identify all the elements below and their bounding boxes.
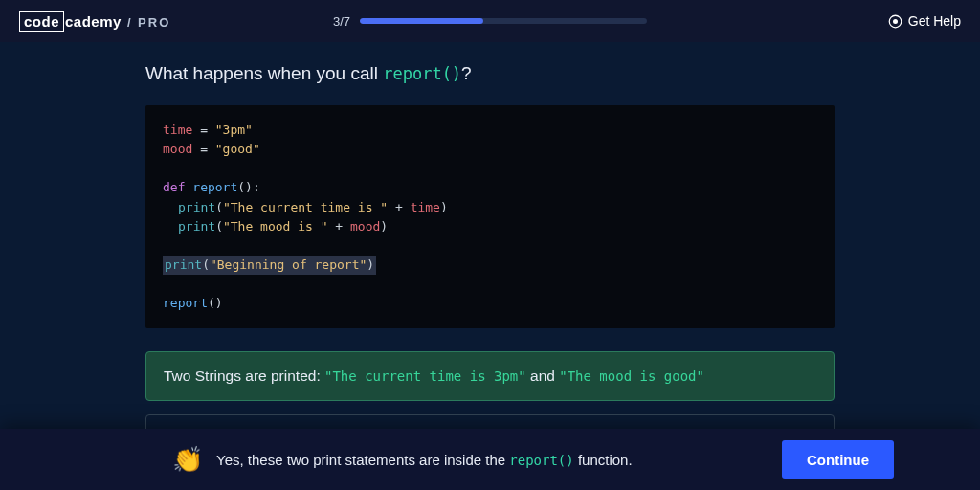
code-token: = [192,142,214,156]
question-text: What happens when you call report()? [145,63,835,84]
help-icon [888,14,902,29]
feedback-code: report() [509,453,573,468]
code-token: "good" [215,142,260,156]
option-text: and [526,368,559,384]
code-token: report [163,296,208,310]
code-token: ) [380,219,388,234]
code-token: ( [215,200,223,214]
code-token: def [163,180,192,194]
code-token: report [192,180,237,194]
logo-pro: / PRO [127,15,170,30]
code-token: ) [440,200,448,214]
code-token: = [192,122,214,137]
clap-icon: 👏 [172,445,203,475]
code-token: () [208,296,223,310]
code-block: time = "3pm" mood = "good" def report():… [145,105,835,328]
option-code: "The current time is 3pm" [324,368,526,384]
logo-rest: cademy [65,13,122,30]
feedback-footer: 👏 Yes, these two print statements are in… [0,429,980,490]
svg-point-1 [893,19,898,24]
code-token: "The current time is " [223,200,388,214]
progress-label: 3/7 [333,14,350,29]
code-token: print [178,219,215,234]
code-token: time [411,200,440,214]
progress: 3/7 [333,14,647,29]
question-code: report() [383,64,461,83]
code-token: (): [237,180,259,194]
app-header: codecademy / PRO 3/7 Get Help [0,0,980,42]
question-suffix: ? [461,63,472,83]
code-token: "The mood is " [223,219,328,234]
code-token: + [328,219,350,234]
question-prefix: What happens when you call [145,63,383,83]
code-token: ( [215,219,223,234]
code-token: print [178,200,215,214]
code-token: "Beginning of report" [210,257,367,272]
code-token: "3pm" [215,122,253,137]
code-token: mood [350,219,380,234]
code-token: ( [202,257,210,272]
progress-fill [360,18,483,24]
lesson-content: What happens when you call report()? tim… [145,42,835,464]
code-token: time [163,122,192,137]
progress-bar [360,18,647,24]
code-token: + [388,200,410,214]
continue-button[interactable]: Continue [782,440,894,479]
logo-box: code [19,11,64,32]
feedback: 👏 Yes, these two print statements are in… [172,445,633,475]
code-token: mood [163,142,192,156]
code-token: print [165,257,202,272]
feedback-post: function. [574,452,633,468]
feedback-pre: Yes, these two print statements are insi… [216,452,509,468]
code-token: ) [367,257,374,272]
get-help-button[interactable]: Get Help [888,13,961,29]
get-help-label: Get Help [908,13,961,29]
brand-logo: codecademy / PRO [19,11,170,32]
feedback-text: Yes, these two print statements are insi… [216,452,633,468]
answer-option-correct[interactable]: Two Strings are printed: "The current ti… [145,351,835,401]
option-code: "The mood is good" [559,368,704,384]
option-text: Two Strings are printed: [164,368,324,384]
